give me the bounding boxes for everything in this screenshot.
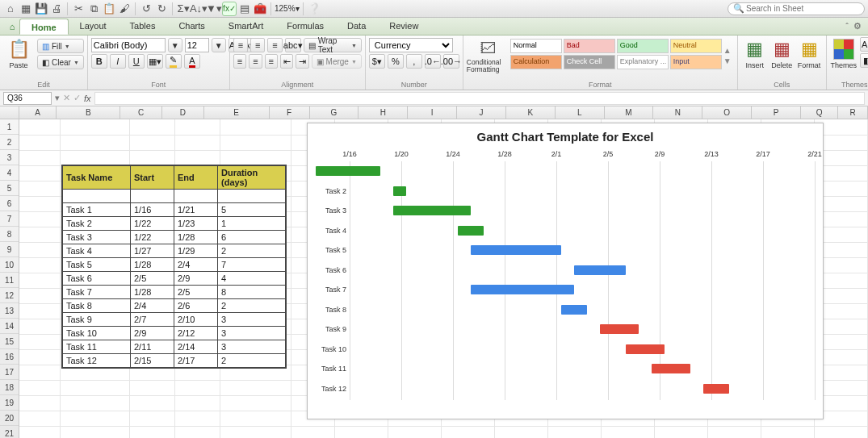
theme-fonts-icon[interactable]: Aa▾ xyxy=(860,37,868,52)
col-header-M[interactable]: M xyxy=(605,106,654,119)
cell-style-good[interactable]: Good xyxy=(617,39,669,53)
align-left-icon[interactable]: ≡ xyxy=(233,54,246,69)
fill-button[interactable]: ▥Fill▼ xyxy=(37,39,84,53)
comma-icon[interactable]: , xyxy=(406,54,422,69)
cell-name[interactable]: Task 2 xyxy=(63,217,131,231)
col-header-K[interactable]: K xyxy=(506,106,556,119)
col-header-C[interactable]: C xyxy=(120,106,162,119)
help-icon[interactable]: ❔ xyxy=(307,2,321,16)
row-header-14[interactable]: 14 xyxy=(0,319,19,334)
cell-name[interactable]: Task 11 xyxy=(63,340,131,354)
italic-icon[interactable]: I xyxy=(110,54,126,69)
font-size-dropdown[interactable]: ▼ xyxy=(212,38,226,52)
table-row[interactable]: Task 112/112/143 xyxy=(63,340,286,354)
col-header-F[interactable]: F xyxy=(270,106,310,119)
font-color-icon[interactable]: A xyxy=(184,54,200,69)
indent-decrease-icon[interactable]: ⇤ xyxy=(280,54,293,69)
row-header-7[interactable]: 7 xyxy=(0,211,19,227)
decrease-decimal-icon[interactable]: .0← xyxy=(425,54,441,69)
border-icon[interactable]: ▦▾ xyxy=(147,54,163,69)
tab-formulas[interactable]: Formulas xyxy=(275,18,336,35)
cell-style-explanatory-[interactable]: Explanatory ... xyxy=(617,55,669,69)
col-header-A[interactable]: A xyxy=(19,106,57,119)
redo-icon[interactable]: ↻ xyxy=(154,2,169,16)
cell-style-bad[interactable]: Bad xyxy=(564,39,615,53)
column-headers[interactable]: ABCDEFGHIJKLMNOPQR xyxy=(19,106,868,119)
row-header-19[interactable]: 19 xyxy=(0,395,19,411)
gantt-bar[interactable] xyxy=(600,324,639,334)
row-header-10[interactable]: 10 xyxy=(0,257,19,273)
tab-tables[interactable]: Tables xyxy=(119,18,168,35)
fill-color-icon[interactable]: ✎ xyxy=(166,54,182,69)
cell-start[interactable]: 1/27 xyxy=(131,244,174,258)
theme-colors-icon[interactable]: ◧▾ xyxy=(860,53,868,68)
delete-cells-button[interactable]: ▦ Delete xyxy=(769,37,796,71)
align-top-icon[interactable]: ≡ xyxy=(233,38,248,52)
cell-start[interactable]: 2/5 xyxy=(131,272,174,286)
clear-button[interactable]: ◧Clear▼ xyxy=(37,55,84,69)
row-headers[interactable]: 123456789101112131415161718192021 xyxy=(0,119,19,438)
row-header-12[interactable]: 12 xyxy=(0,288,19,303)
cell-name[interactable]: Task 5 xyxy=(63,258,131,272)
row-header-16[interactable]: 16 xyxy=(0,349,19,365)
align-bottom-icon[interactable]: ≡ xyxy=(267,38,282,52)
cell-dur[interactable]: 2 xyxy=(218,354,286,368)
format-painter-icon[interactable]: 🖌 xyxy=(117,2,132,16)
gantt-chart[interactable]: Gantt Chart Template for Excel 1/161/201… xyxy=(307,123,824,419)
cell-dur[interactable]: 6 xyxy=(218,231,286,244)
cell-name[interactable]: Task 9 xyxy=(63,313,131,327)
cell-style-normal[interactable]: Normal xyxy=(510,39,562,53)
worksheet[interactable]: ABCDEFGHIJKLMNOPQR 123456789101112131415… xyxy=(0,106,868,438)
table-row[interactable]: Task 62/52/94 xyxy=(63,272,286,286)
row-header-4[interactable]: 4 xyxy=(0,165,19,181)
row-header-15[interactable]: 15 xyxy=(0,334,19,349)
cell-start[interactable]: 2/7 xyxy=(131,313,174,327)
conditional-formatting-button[interactable]: 🗠 Conditional Formatting xyxy=(467,37,509,74)
wrap-text-button[interactable]: ▤ Wrap Text▼ xyxy=(304,38,362,52)
col-header-H[interactable]: H xyxy=(359,106,408,119)
cell-dur[interactable]: 4 xyxy=(218,272,286,286)
cell-end[interactable]: 1/21 xyxy=(174,203,218,217)
sort-icon[interactable]: A↓▾ xyxy=(191,2,206,16)
cell-end[interactable]: 1/28 xyxy=(174,231,218,244)
align-right-icon[interactable]: ≡ xyxy=(265,54,278,69)
search-input[interactable] xyxy=(744,3,859,14)
cell-end[interactable]: 2/14 xyxy=(174,340,218,354)
toolbox-icon[interactable]: 🧰 xyxy=(253,2,267,16)
cell-dur[interactable]: 1 xyxy=(218,217,286,231)
confirm-formula-icon[interactable]: ✓ xyxy=(73,93,81,103)
col-header-I[interactable]: I xyxy=(408,106,457,119)
cancel-formula-icon[interactable]: ✕ xyxy=(63,93,70,103)
align-middle-icon[interactable]: ≡ xyxy=(250,38,265,52)
cell-start[interactable]: 1/22 xyxy=(131,231,174,244)
gallery-icon[interactable]: ▤ xyxy=(237,2,252,16)
table-row[interactable]: Task 71/282/58 xyxy=(63,286,286,299)
cell-end[interactable]: 2/10 xyxy=(174,313,218,327)
tab-data[interactable]: Data xyxy=(336,18,378,35)
cell-name[interactable]: Task 3 xyxy=(63,231,131,244)
col-header-P[interactable]: P xyxy=(752,106,801,119)
merge-button[interactable]: ▣ Merge▼ xyxy=(312,54,362,69)
copy-icon[interactable]: ⧉ xyxy=(86,2,101,16)
cut-icon[interactable]: ✂ xyxy=(71,2,86,16)
cell-styles-gallery[interactable]: NormalBadGoodNeutralCalculationCheck Cel… xyxy=(509,37,723,74)
font-size-combo[interactable] xyxy=(185,38,209,52)
cell-dur[interactable]: 3 xyxy=(218,313,286,327)
ribbon-collapse-icon[interactable]: ˆ xyxy=(845,22,849,31)
cell-end[interactable]: 2/5 xyxy=(174,286,218,299)
table-row[interactable]: Task 102/92/123 xyxy=(63,327,286,340)
cell-dur[interactable]: 2 xyxy=(218,299,286,313)
row-header-18[interactable]: 18 xyxy=(0,380,19,395)
paste-button[interactable]: 📋 Paste xyxy=(3,37,34,71)
col-header-N[interactable]: N xyxy=(653,106,702,119)
row-header-1[interactable]: 1 xyxy=(0,119,19,135)
gantt-bar[interactable] xyxy=(652,364,690,373)
fx-icon[interactable]: fx xyxy=(84,94,91,103)
print-icon[interactable]: 🖨 xyxy=(49,2,64,16)
col-header-E[interactable]: E xyxy=(204,106,270,119)
select-all-corner[interactable] xyxy=(0,106,19,119)
cell-name[interactable]: Task 6 xyxy=(63,272,131,286)
cell-style-input[interactable]: Input xyxy=(670,55,722,69)
undo-icon[interactable]: ↺ xyxy=(139,2,153,16)
tab-layout[interactable]: Layout xyxy=(69,18,119,35)
